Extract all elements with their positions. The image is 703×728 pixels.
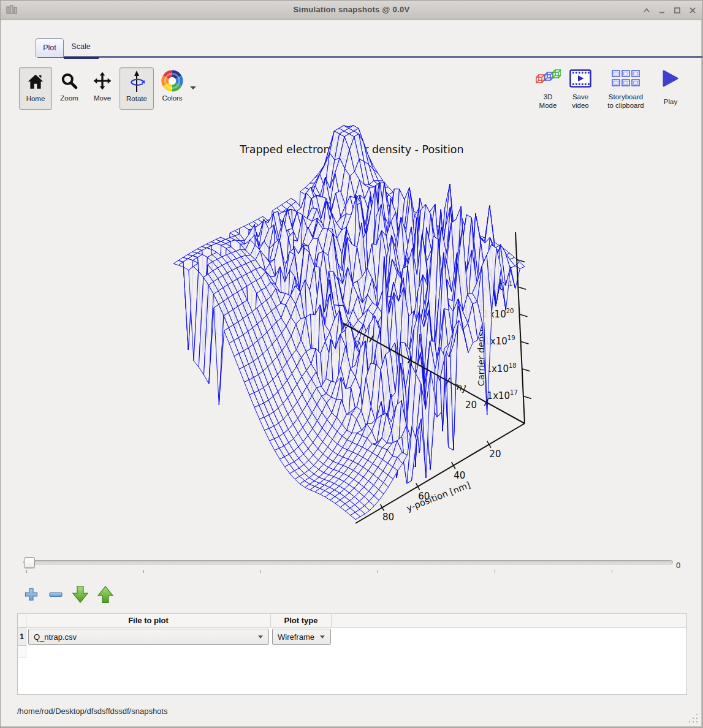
svg-text:20: 20 (465, 400, 477, 411)
minimize-button[interactable] (654, 1, 669, 20)
home-button[interactable]: Home (19, 67, 52, 110)
save-video-icon (569, 69, 591, 88)
file-to-plot-combobox[interactable]: Q_ntrap.csv (28, 629, 269, 645)
maximize-button[interactable] (669, 1, 685, 20)
row-number-header (18, 614, 26, 628)
move-icon (93, 72, 112, 90)
colors-menu-caret-icon[interactable] (190, 86, 196, 89)
row-number-stub (18, 646, 26, 658)
play-label: Play (664, 97, 677, 106)
maximize-icon (673, 6, 682, 15)
storyboard-button[interactable]: Storyboard to clipboard (598, 69, 653, 110)
arrow-up-icon (97, 585, 114, 604)
tab-scale-underline (64, 56, 99, 59)
play-button[interactable]: Play (655, 69, 686, 110)
row-number[interactable]: 1 (18, 628, 26, 646)
file-to-plot-header: File to plot (26, 614, 271, 628)
colors-button-label: Colors (162, 94, 182, 102)
files-table: File to plot Plot type 1 Q_ntrap.csv Wir… (17, 613, 687, 695)
slider-value-label: 0 (676, 561, 680, 570)
shade-icon (642, 6, 651, 15)
window-controls (639, 1, 700, 20)
svg-text:80: 80 (382, 512, 394, 523)
dropdown-arrow-icon (258, 635, 263, 639)
shade-button[interactable] (639, 1, 654, 20)
save-video-label: Save video (572, 93, 589, 110)
minimize-icon (658, 6, 666, 15)
move-row-up-button[interactable] (96, 583, 115, 605)
move-row-down-button[interactable] (71, 583, 89, 605)
play-icon (662, 69, 679, 88)
tab-plot[interactable]: Plot (36, 38, 64, 57)
svg-text:y-position [nm]: y-position [nm] (405, 480, 472, 513)
storyboard-label: Storyboard to clipboard (607, 93, 644, 110)
svg-text:1x1018: 1x1018 (485, 362, 516, 374)
zoom-button[interactable]: Zoom (53, 67, 85, 108)
resize-grip[interactable] (688, 713, 699, 724)
save-video-button[interactable]: Save video (564, 69, 596, 110)
plot-type-value: Wireframe (273, 632, 320, 642)
window-title: Simulation snapshots @ 0.0V (1, 5, 702, 14)
add-row-button[interactable] (22, 583, 40, 605)
svg-text:40: 40 (454, 470, 465, 481)
close-button[interactable] (685, 1, 700, 20)
simulation-snapshots-window: { "window": { "title": "Simulation snaps… (0, 0, 703, 728)
home-button-label: Home (26, 95, 45, 103)
3d-mode-label: 3D Mode (539, 93, 557, 110)
plot-canvas[interactable]: Trapped electron carrier density - Posit… (1, 116, 703, 546)
svg-text:20: 20 (489, 449, 501, 460)
file-to-plot-value: Q_ntrap.csv (29, 632, 258, 642)
minus-icon (48, 586, 64, 602)
move-button[interactable]: Move (86, 67, 118, 108)
zoom-icon (61, 72, 78, 89)
colors-button[interactable]: Colors (155, 67, 189, 108)
statusbar-path: /home/rod/Desktop/dfsdsffdssdf/snapshots (17, 707, 167, 716)
storyboard-icon (612, 69, 640, 88)
snapshot-slider-handle[interactable] (24, 557, 35, 568)
rotate-icon (127, 69, 146, 94)
move-button-label: Move (94, 94, 111, 102)
tab-divider (37, 56, 702, 58)
zoom-button-label: Zoom (60, 94, 78, 102)
tab-scale[interactable]: Scale (64, 38, 97, 56)
home-icon (27, 73, 44, 90)
3d-mode-button[interactable]: 3D Mode (531, 69, 564, 110)
plot-type-header: Plot type (271, 614, 332, 628)
plus-icon (23, 586, 39, 602)
snapshot-slider-track[interactable] (23, 560, 673, 564)
titlebar[interactable]: Simulation snapshots @ 0.0V (1, 1, 702, 20)
svg-text:1x1017: 1x1017 (487, 389, 518, 401)
table-header: File to plot Plot type (18, 614, 686, 628)
rotate-button-label: Rotate (126, 95, 147, 103)
plot-type-combobox[interactable]: Wireframe (272, 629, 331, 645)
dropdown-arrow-icon (320, 635, 325, 639)
3d-mode-icon (535, 69, 561, 88)
close-icon (688, 6, 697, 15)
rotate-button[interactable]: Rotate (120, 67, 154, 110)
arrow-down-icon (72, 585, 89, 604)
remove-row-button[interactable] (47, 583, 65, 605)
colors-icon (161, 69, 184, 93)
